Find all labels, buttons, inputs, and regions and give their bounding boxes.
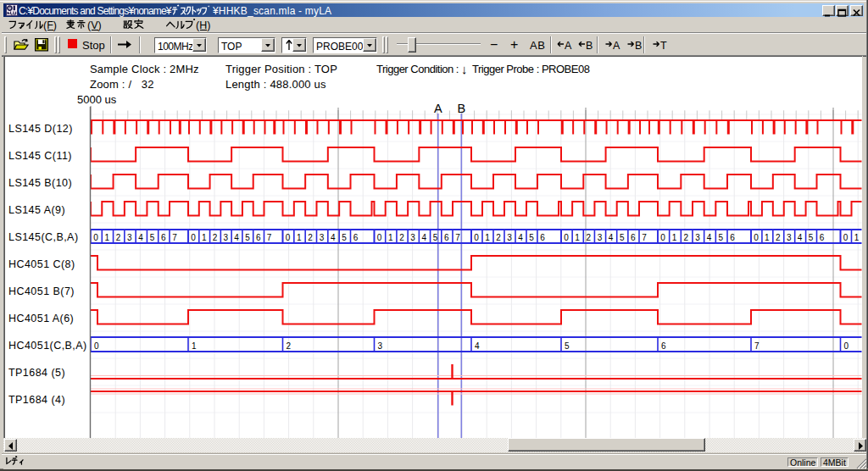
svg-text:1: 1 xyxy=(575,233,580,242)
svg-text:5: 5 xyxy=(565,341,570,351)
svg-text:4: 4 xyxy=(798,233,803,242)
svg-text:1: 1 xyxy=(104,233,109,242)
svg-text:1: 1 xyxy=(297,233,302,242)
svg-text:7: 7 xyxy=(172,233,177,242)
svg-text:3: 3 xyxy=(410,233,415,242)
svg-text:HC4051 A(6): HC4051 A(6) xyxy=(8,313,74,324)
svg-text:6: 6 xyxy=(353,233,359,242)
svg-text:1: 1 xyxy=(854,233,860,242)
svg-text:2: 2 xyxy=(496,233,501,242)
svg-text:LS145 B(10): LS145 B(10) xyxy=(8,177,72,189)
svg-text:HC4051(C,B,A): HC4051(C,B,A) xyxy=(8,340,87,352)
svg-text:4: 4 xyxy=(331,233,336,242)
svg-text:2: 2 xyxy=(776,233,781,242)
svg-text:1: 1 xyxy=(485,233,490,242)
svg-text:1: 1 xyxy=(672,233,677,242)
svg-text:HC4051 C(8): HC4051 C(8) xyxy=(8,258,75,270)
svg-text:0: 0 xyxy=(191,233,196,242)
svg-text:3: 3 xyxy=(378,341,383,351)
svg-text:6: 6 xyxy=(820,233,825,242)
svg-text:4: 4 xyxy=(609,233,614,242)
svg-text:0: 0 xyxy=(844,341,849,351)
svg-text:1: 1 xyxy=(388,233,393,242)
svg-text:5: 5 xyxy=(809,233,814,242)
svg-text:3: 3 xyxy=(787,233,792,242)
svg-text:4: 4 xyxy=(518,233,523,242)
svg-text:0: 0 xyxy=(660,233,665,242)
svg-text:2: 2 xyxy=(213,233,218,242)
svg-text:7: 7 xyxy=(754,341,760,351)
svg-text:6: 6 xyxy=(256,233,261,242)
svg-text:5: 5 xyxy=(719,233,724,242)
svg-text:TP1684 (4): TP1684 (4) xyxy=(8,394,65,406)
svg-text:LS145(C,B,A): LS145(C,B,A) xyxy=(8,231,79,243)
svg-text:LS145 A(9): LS145 A(9) xyxy=(8,204,65,216)
svg-text:5: 5 xyxy=(150,233,155,242)
svg-text:4: 4 xyxy=(707,233,712,242)
svg-text:B: B xyxy=(458,102,466,115)
svg-text:0: 0 xyxy=(474,233,479,242)
svg-text:2: 2 xyxy=(586,233,591,242)
svg-text:HC4051 B(7): HC4051 B(7) xyxy=(8,285,75,297)
svg-text:6: 6 xyxy=(444,233,449,242)
svg-text:2: 2 xyxy=(116,233,121,242)
svg-text:3: 3 xyxy=(224,233,229,242)
svg-text:3: 3 xyxy=(598,233,603,242)
svg-text:0: 0 xyxy=(564,233,569,242)
svg-text:1: 1 xyxy=(765,233,770,242)
svg-text:0: 0 xyxy=(754,233,759,242)
svg-text:0: 0 xyxy=(377,233,382,242)
svg-text:4: 4 xyxy=(138,233,143,242)
svg-text:4: 4 xyxy=(422,233,427,242)
svg-text:7: 7 xyxy=(455,233,460,242)
svg-text:LS145 C(11): LS145 C(11) xyxy=(8,150,72,162)
svg-text:7: 7 xyxy=(642,233,647,242)
svg-text:0: 0 xyxy=(93,233,98,242)
svg-text:5: 5 xyxy=(529,233,534,242)
svg-text:0: 0 xyxy=(94,341,99,351)
svg-text:3: 3 xyxy=(695,233,700,242)
svg-text:4: 4 xyxy=(234,233,239,242)
svg-text:5: 5 xyxy=(620,233,625,242)
svg-text:2: 2 xyxy=(684,233,689,242)
svg-text:5: 5 xyxy=(433,233,438,242)
svg-text:4: 4 xyxy=(475,341,480,351)
svg-text:3: 3 xyxy=(507,233,512,242)
svg-text:6: 6 xyxy=(631,233,636,242)
svg-text:2: 2 xyxy=(308,233,313,242)
svg-text:2: 2 xyxy=(399,233,404,242)
svg-text:3: 3 xyxy=(127,233,132,242)
svg-text:6: 6 xyxy=(661,341,666,351)
svg-text:1: 1 xyxy=(192,341,197,351)
svg-text:0: 0 xyxy=(286,233,291,242)
svg-text:LS145 D(12): LS145 D(12) xyxy=(8,123,73,135)
svg-text:A: A xyxy=(434,102,442,115)
svg-text:6: 6 xyxy=(540,233,545,242)
svg-text:0: 0 xyxy=(843,233,849,242)
svg-text:2: 2 xyxy=(287,341,292,351)
svg-text:5: 5 xyxy=(342,233,347,242)
svg-text:7: 7 xyxy=(267,233,272,242)
svg-text:5: 5 xyxy=(245,233,250,242)
svg-text:3: 3 xyxy=(320,233,325,242)
svg-text:TP1684 (5): TP1684 (5) xyxy=(8,367,65,379)
svg-text:6: 6 xyxy=(161,233,166,242)
svg-text:1: 1 xyxy=(202,233,207,242)
svg-text:6: 6 xyxy=(730,233,735,242)
